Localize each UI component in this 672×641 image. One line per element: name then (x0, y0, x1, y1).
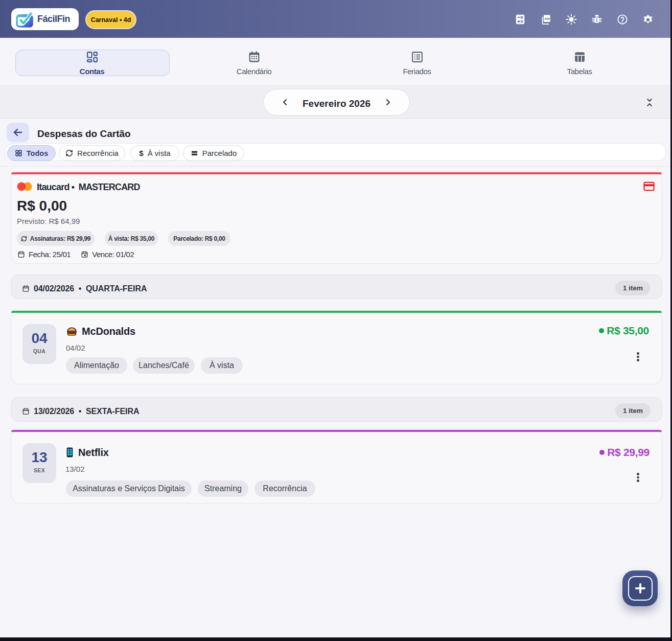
svg-text:PDF: PDF (544, 17, 550, 20)
